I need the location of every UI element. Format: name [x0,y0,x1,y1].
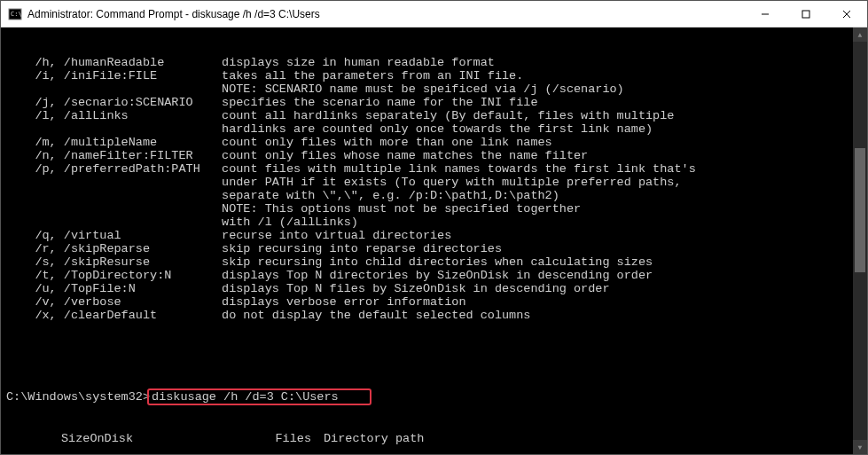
help-line: /h, /humanReadable displays size in huma… [6,56,864,69]
help-line: /r, /skipReparse skip recursing into rep… [6,242,864,255]
help-line: with /l (/allLinks) [6,216,864,229]
header-size: SizeOnDisk [6,432,141,445]
help-line: /n, /nameFilter:FILTER count only files … [6,149,864,162]
help-line: /v, /verbose displays verbose error info… [6,295,864,309]
help-line: /t, /TopDirectory:N displays Top N direc… [6,269,864,282]
command-highlight: diskusage /h /d=3 C:\Users [147,388,371,405]
cmd-icon: C:\ [8,7,22,21]
command-text: diskusage /h /d=3 C:\Users [152,390,339,404]
window-title: Administrator: Command Prompt - diskusag… [27,8,745,20]
header-path: Directory path [318,432,864,445]
help-line: /i, /iniFile:FILE takes all the paramete… [6,69,864,82]
svg-rect-3 [802,11,809,18]
minimize-button[interactable] [745,1,786,27]
help-line: /m, /multipleName count only files with … [6,136,864,149]
prompt-line: C:\Windows\system32>diskusage /h /d=3 C:… [6,388,864,405]
help-line: /j, /secnario:SCENARIO specifies the sce… [6,96,864,109]
help-line: NOTE: This options must not be specified… [6,202,864,216]
help-line: separate with \",\", e.g. /p:D:\path1,D:… [6,189,864,202]
help-text: /h, /humanReadable displays size in huma… [6,56,864,322]
help-line: /q, /virtual recurse into virtual direct… [6,229,864,242]
help-line: /s, /skipResurse skip recursing into chi… [6,255,864,269]
svg-text:C:\: C:\ [11,11,22,18]
help-line: NOTE: SCENARIO name must be speificed vi… [6,82,864,96]
scroll-thumb[interactable] [855,148,865,272]
window-controls [745,1,867,27]
scroll-down-icon[interactable]: ▼ [853,440,867,454]
scrollbar[interactable]: ▲ ▼ [853,27,867,454]
help-line: under PATH if it exists (To query with m… [6,176,864,189]
window: C:\ Administrator: Command Prompt - disk… [0,0,868,455]
help-line: /l, /allLinks count all hardlinks separa… [6,109,864,122]
scroll-track[interactable] [853,42,867,440]
scroll-up-icon[interactable]: ▲ [853,27,867,42]
maximize-button[interactable] [786,1,826,27]
help-line: /p, /preferredPath:PATH count files with… [6,162,864,176]
help-line: /x, /clearDefault do not display the def… [6,309,864,322]
header-files: Files [219,432,318,445]
help-line: /u, /TopFile:N displays Top N files by S… [6,282,864,295]
terminal[interactable]: /h, /humanReadable displays size in huma… [1,27,867,454]
output-header: SizeOnDisk Files Directory path [6,432,864,445]
titlebar: C:\ Administrator: Command Prompt - disk… [1,1,867,27]
prompt-path: C:\Windows\system32> [6,390,150,404]
help-line: hardlinks are counted only once towards … [6,122,864,136]
close-button[interactable] [826,1,867,27]
